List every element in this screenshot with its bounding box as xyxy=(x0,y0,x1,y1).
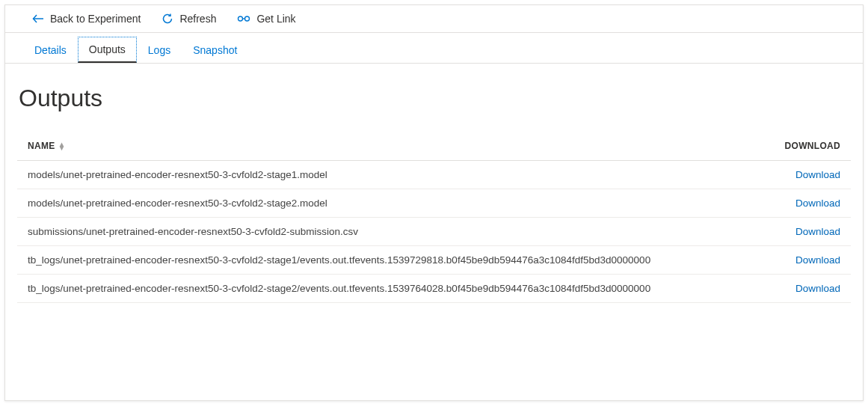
get-link-button[interactable]: Get Link xyxy=(237,13,295,25)
back-label: Back to Experiment xyxy=(50,13,141,25)
arrow-left-icon xyxy=(32,13,44,24)
download-cell: Download xyxy=(763,161,852,189)
table-row: models/unet-pretrained-encoder-resnext50… xyxy=(17,161,851,189)
file-name-cell: tb_logs/unet-pretrained-encoder-resnext5… xyxy=(17,246,763,275)
download-link[interactable]: Download xyxy=(795,198,840,209)
get-link-label: Get Link xyxy=(256,13,295,25)
column-header-name[interactable]: NAME ▴▾ xyxy=(17,133,763,161)
refresh-label: Refresh xyxy=(179,13,216,25)
svg-point-2 xyxy=(245,16,250,21)
column-header-download[interactable]: DOWNLOAD xyxy=(763,133,852,161)
table-row: tb_logs/unet-pretrained-encoder-resnext5… xyxy=(17,275,851,303)
file-name-cell: submissions/unet-pretrained-encoder-resn… xyxy=(17,218,763,246)
file-name-cell: models/unet-pretrained-encoder-resnext50… xyxy=(17,161,763,189)
refresh-button[interactable]: Refresh xyxy=(161,13,216,25)
download-cell: Download xyxy=(763,275,852,303)
page-title: Outputs xyxy=(19,85,851,112)
tab-outputs[interactable]: Outputs xyxy=(78,37,137,63)
download-link[interactable]: Download xyxy=(795,254,840,266)
download-link[interactable]: Download xyxy=(795,283,840,294)
tabs: Details Outputs Logs Snapshot xyxy=(5,33,863,64)
content: Outputs NAME ▴▾ DOWNLOAD xyxy=(5,64,863,303)
toolbar: Back to Experiment Refresh Get Link xyxy=(5,5,863,33)
refresh-icon xyxy=(161,13,173,25)
sort-icon: ▴▾ xyxy=(60,142,64,150)
app-container: Back to Experiment Refresh Get Link xyxy=(4,4,864,401)
tab-logs[interactable]: Logs xyxy=(137,36,182,64)
table-row: models/unet-pretrained-encoder-resnext50… xyxy=(17,189,851,218)
link-icon xyxy=(237,15,250,22)
download-link[interactable]: Download xyxy=(795,226,840,237)
column-header-name-label: NAME xyxy=(28,141,55,151)
download-cell: Download xyxy=(763,218,852,246)
download-cell: Download xyxy=(763,189,852,218)
column-header-download-label: DOWNLOAD xyxy=(785,141,840,151)
svg-point-1 xyxy=(238,16,243,21)
tab-snapshot[interactable]: Snapshot xyxy=(182,36,248,64)
outputs-table: NAME ▴▾ DOWNLOAD models/unet-pretrained-… xyxy=(17,133,851,303)
file-name-cell: models/unet-pretrained-encoder-resnext50… xyxy=(17,189,763,218)
download-cell: Download xyxy=(763,246,852,275)
back-to-experiment-button[interactable]: Back to Experiment xyxy=(32,13,141,25)
file-name-cell: tb_logs/unet-pretrained-encoder-resnext5… xyxy=(17,275,763,303)
download-link[interactable]: Download xyxy=(795,169,840,180)
table-row: tb_logs/unet-pretrained-encoder-resnext5… xyxy=(17,246,851,275)
tab-details[interactable]: Details xyxy=(23,36,78,64)
table-row: submissions/unet-pretrained-encoder-resn… xyxy=(17,218,851,246)
